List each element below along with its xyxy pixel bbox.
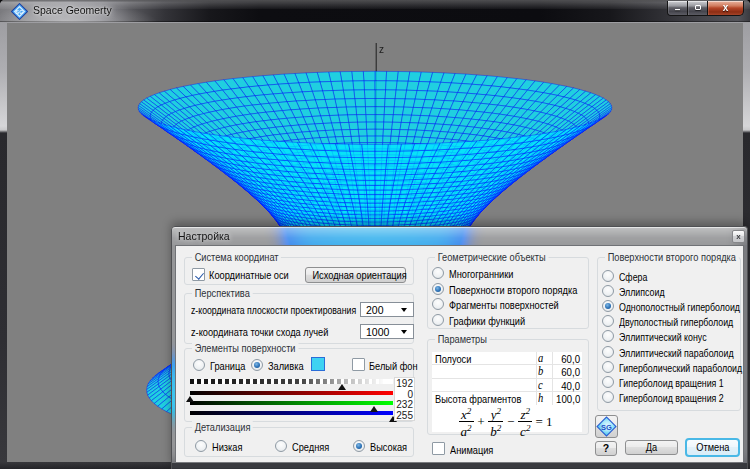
svg-text:SG: SG xyxy=(601,423,612,432)
svg-text:z: z xyxy=(379,44,384,55)
svg-text:SG: SG xyxy=(16,9,24,15)
